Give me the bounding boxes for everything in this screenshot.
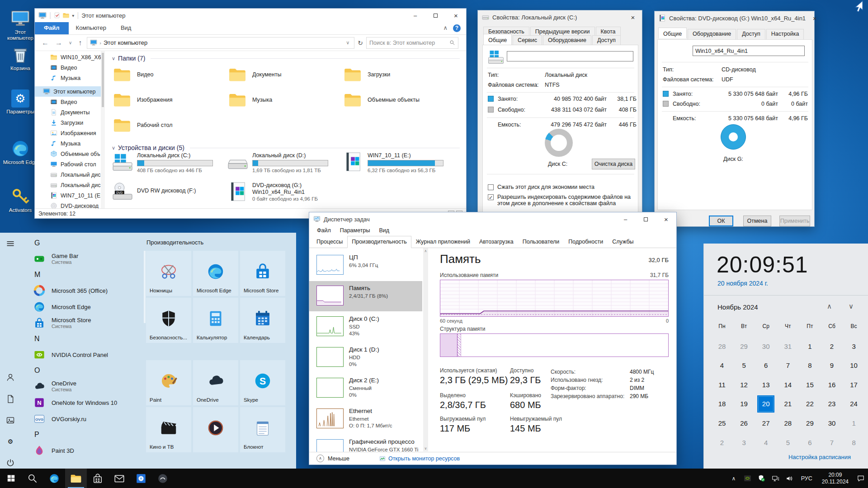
folder-item-1[interactable]: Видео xyxy=(112,63,225,86)
qat-customize-arrow-icon[interactable]: ▾ xyxy=(72,13,74,18)
volume-label-input[interactable] xyxy=(693,46,805,56)
sidebar-item-этот-компьютер[interactable]: Этот компьютер xyxy=(35,86,101,97)
nvidia-tray-icon[interactable] xyxy=(742,474,753,482)
calendar-month-label[interactable]: Ноябрь 2024 xyxy=(717,303,758,311)
tab-автозагрузка[interactable]: Автозагрузка xyxy=(475,236,518,248)
search-button[interactable] xyxy=(22,469,43,488)
calendar-day-28[interactable]: 28 xyxy=(777,413,799,432)
desktop-icon-3[interactable]: ⚙Параметры xyxy=(3,89,38,115)
perf-item-диск-1-d-[interactable]: Диск 1 (D:)HDD0% xyxy=(309,343,422,373)
minimize-button[interactable]: – xyxy=(615,212,636,226)
calendar-day-17[interactable]: 17 xyxy=(843,375,865,394)
calendar-day-27[interactable]: 27 xyxy=(755,413,777,432)
tab-customize[interactable]: Настройка xyxy=(766,29,804,40)
calendar-day-29[interactable]: 29 xyxy=(733,337,755,356)
tab-подробности[interactable]: Подробности xyxy=(564,236,608,248)
folder-item-2[interactable]: Документы xyxy=(227,63,340,86)
calendar-day-7[interactable]: 7 xyxy=(777,356,799,375)
quick-access-folder-icon[interactable] xyxy=(63,12,69,19)
start-button[interactable] xyxy=(0,469,22,488)
sidebar-scrollbar[interactable]: ∧∨ xyxy=(423,248,428,451)
calendar-day-6[interactable]: 6 xyxy=(755,356,777,375)
perf-item-диск-0-c-[interactable]: Диск 0 (C:)SSD43% xyxy=(309,312,422,342)
close-button[interactable]: × xyxy=(446,9,466,22)
app-list-letter-g[interactable]: G xyxy=(22,235,145,251)
close-button[interactable]: × xyxy=(656,212,676,226)
calendar-day-8[interactable]: 8 xyxy=(843,433,865,452)
tile-microsoft-edge[interactable]: Microsoft Edge xyxy=(193,251,238,296)
tile-skype[interactable]: SSkype xyxy=(240,360,285,405)
sidebar-item-объемные-объ[interactable]: Объемные объ xyxy=(35,149,101,159)
folder-item-5[interactable]: Музыка xyxy=(227,88,340,112)
calendar-day-25[interactable]: 25 xyxy=(711,413,733,432)
tile-календарь[interactable]: Календарь xyxy=(240,298,285,343)
drive-item-1[interactable]: Локальный диск (C:)408 ГБ свободно из 44… xyxy=(112,152,226,174)
tab-пользователи[interactable]: Пользователи xyxy=(518,236,564,248)
tile-onedrive[interactable]: OneDrive xyxy=(193,360,238,405)
pictures-rail-icon[interactable] xyxy=(6,416,15,425)
forward-icon[interactable]: → xyxy=(52,39,66,47)
perf-item-memory[interactable]: Память2,4/31,7 ГБ (8%) xyxy=(309,281,422,311)
ok-button[interactable]: ОК xyxy=(709,216,733,226)
menu-computer[interactable]: Компьютер xyxy=(69,22,113,34)
tab-hardware[interactable]: Оборудование xyxy=(688,29,736,40)
tab-general[interactable]: Общие xyxy=(658,28,687,38)
sidebar-item-видео[interactable]: Видео xyxy=(35,97,101,107)
calendar-day-14[interactable]: 14 xyxy=(777,375,799,394)
tile-group-header[interactable]: Производительность xyxy=(146,239,203,246)
menu-file[interactable]: Файл xyxy=(313,226,335,236)
calendar-day-21[interactable]: 21 xyxy=(777,394,799,413)
calendar-day-3[interactable]: 3 xyxy=(733,433,755,452)
resource-monitor-link[interactable]: Открыть монитор ресурсов xyxy=(379,455,460,462)
calendar-day-22[interactable]: 22 xyxy=(799,394,821,413)
tile-безопасность-[interactable]: Безопасность... xyxy=(146,298,191,343)
app-list-item-microsoft-edge[interactable]: Microsoft Edge xyxy=(22,299,145,315)
app-list-item-microsoft-365-office-[interactable]: Microsoft 365 (Office) xyxy=(22,282,145,299)
sidebar-item-видео[interactable]: Видео xyxy=(35,62,101,73)
sidebar-item-локальный-дис[interactable]: Локальный дис xyxy=(35,169,101,180)
volume-label-input[interactable] xyxy=(507,51,633,61)
less-details-button[interactable]: Меньше xyxy=(328,455,349,462)
calendar-day-26[interactable]: 26 xyxy=(733,413,755,432)
edge-taskbar-button[interactable] xyxy=(43,469,65,488)
action-center-icon[interactable] xyxy=(855,474,866,483)
app-list-letter-o[interactable]: O xyxy=(22,363,145,378)
maximize-button[interactable] xyxy=(636,212,656,226)
checkbox-unchecked-icon[interactable] xyxy=(488,184,494,190)
collapse-circle-icon[interactable]: ∧ xyxy=(316,455,324,462)
tab-процессы[interactable]: Процессы xyxy=(312,236,347,248)
calendar-day-11[interactable]: 11 xyxy=(711,375,733,394)
defender-tray-icon[interactable] xyxy=(756,474,767,482)
app-list-item-game-bar[interactable]: Game BarСистема xyxy=(22,251,145,267)
close-icon[interactable]: × xyxy=(624,10,642,24)
calendar-day-5[interactable]: 5 xyxy=(733,356,755,375)
app-list-scrollbar[interactable] xyxy=(144,251,146,323)
desktop-icon-1[interactable]: Этот компьютер xyxy=(3,9,38,41)
recent-locations-icon[interactable]: ∨ xyxy=(66,40,75,45)
perf-item-ethernet[interactable]: EthernetEthernetО: 0 П: 1,7 Мбит/с xyxy=(309,404,422,434)
sidebar-item-изображения[interactable]: Изображения xyxy=(35,128,101,138)
search-box[interactable] xyxy=(366,37,458,49)
app-list-item-nvidia-control-panel[interactable]: NVIDIA Control Panel xyxy=(22,347,145,363)
calendar-day-12[interactable]: 12 xyxy=(733,375,755,394)
folder-item-3[interactable]: Загрузки xyxy=(342,63,455,86)
search-input[interactable] xyxy=(369,40,449,46)
calendar-day-1[interactable]: 1 xyxy=(843,413,865,432)
tab-журнал-приложений[interactable]: Журнал приложений xyxy=(411,236,475,248)
calendar-day-23[interactable]: 23 xyxy=(821,394,843,413)
calendar-prev-icon[interactable]: ∧ xyxy=(827,302,832,310)
calendar-day-4[interactable]: 4 xyxy=(711,356,733,375)
calendar-day-5[interactable]: 5 xyxy=(777,433,799,452)
ribbon-expand-icon[interactable]: ∧ xyxy=(443,24,448,34)
calendar-day-19[interactable]: 19 xyxy=(733,394,755,413)
sidebar-item-документы[interactable]: Документы xyxy=(35,107,101,117)
drive-item-3[interactable]: WIN7_10_11 (E:)6,32 ГБ свободно из 56,3 … xyxy=(342,152,456,174)
calendar-day-2[interactable]: 2 xyxy=(821,337,843,356)
calendar-day-24[interactable]: 24 xyxy=(843,394,865,413)
language-indicator[interactable]: РУС xyxy=(798,475,815,482)
calendar-day-8[interactable]: 8 xyxy=(799,356,821,375)
app-list-item-ovgorskiy-ru[interactable]: OVGOVGorskiy.ru xyxy=(22,411,145,427)
calendar-day-29[interactable]: 29 xyxy=(799,413,821,432)
desktop-icon-5[interactable]: Activators xyxy=(3,187,38,213)
schedule-settings-link[interactable]: Настройка расписания xyxy=(788,454,851,460)
